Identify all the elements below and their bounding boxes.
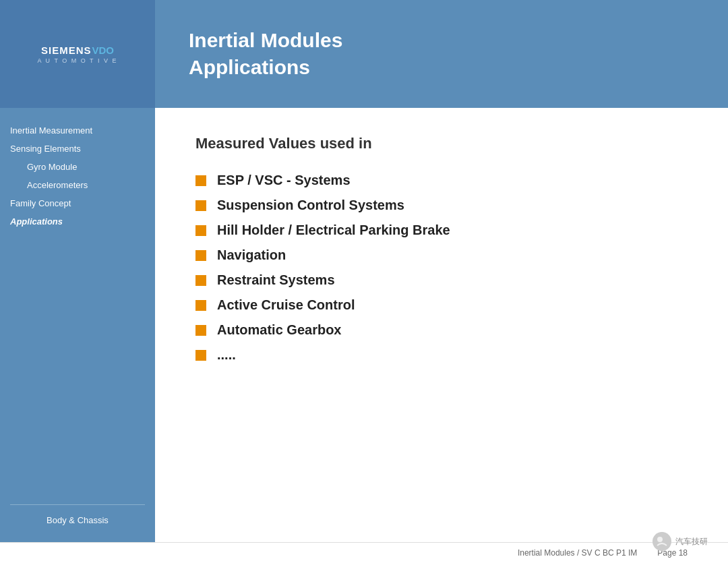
- bullet-text-4: Restraint Systems: [217, 272, 335, 288]
- list-item: .....: [195, 347, 688, 363]
- bullet-icon-2: [195, 225, 206, 236]
- svg-point-1: [657, 537, 663, 542]
- sidebar-item-applications[interactable]: Applications: [0, 212, 155, 231]
- sidebar-nav: Inertial Measurement Sensing Elements Gy…: [0, 115, 155, 498]
- bullet-text-7: .....: [217, 347, 236, 363]
- header-title-line1: Inertial Modules: [189, 27, 342, 55]
- list-item: Restraint Systems: [195, 272, 688, 288]
- bullet-icon-1: [195, 200, 206, 211]
- watermark: 汽车技研: [653, 532, 708, 551]
- bullet-icon-4: [195, 275, 206, 286]
- sidebar-item-family-concept[interactable]: Family Concept: [0, 194, 155, 212]
- list-item: Suspension Control Systems: [195, 198, 688, 213]
- bullet-icon-7: [195, 350, 206, 361]
- slide-wrapper: SIEMENS VDO A U T O M O T I V E Inertial…: [0, 0, 728, 563]
- bullet-text-2: Hill Holder / Electrical Parking Brake: [217, 223, 450, 238]
- bullet-text-5: Active Cruise Control: [217, 297, 355, 313]
- main-body: Inertial Measurement Sensing Elements Gy…: [0, 108, 728, 542]
- bullet-text-6: Automatic Gearbox: [217, 322, 341, 338]
- bullet-icon-0: [195, 175, 206, 186]
- sidebar-footer-label: Body & Chassis: [20, 515, 135, 525]
- list-item: ESP / VSC - Systems: [195, 173, 688, 188]
- svg-point-0: [653, 532, 671, 551]
- watermark-icon: [653, 532, 671, 551]
- logo-siemens: SIEMENS: [41, 45, 92, 56]
- list-item: Active Cruise Control: [195, 297, 688, 313]
- header-bar: SIEMENS VDO A U T O M O T I V E Inertial…: [0, 0, 728, 108]
- sidebar-footer: Body & Chassis: [10, 504, 145, 535]
- sidebar-item-accelerometers[interactable]: Accelerometers: [0, 176, 155, 194]
- list-item: Hill Holder / Electrical Parking Brake: [195, 223, 688, 238]
- content-subtitle: Measured Values used in: [195, 135, 688, 152]
- list-item: Navigation: [195, 247, 688, 263]
- header-title: Inertial Modules Applications: [189, 27, 342, 82]
- footer-bar: Inertial Modules / SV C BC P1 IM Page 18: [0, 542, 728, 563]
- logo-automotive: A U T O M O T I V E: [38, 57, 118, 64]
- logo-area: SIEMENS VDO A U T O M O T I V E: [0, 0, 155, 108]
- content-area: Measured Values used in ESP / VSC - Syst…: [155, 108, 728, 542]
- list-item: Automatic Gearbox: [195, 322, 688, 338]
- logo-vdo: VDO: [92, 45, 115, 56]
- sidebar-item-gyro-module[interactable]: Gyro Module: [0, 158, 155, 176]
- bullet-icon-6: [195, 325, 206, 336]
- bullet-text-1: Suspension Control Systems: [217, 198, 404, 213]
- footer-doc-ref: Inertial Modules / SV C BC P1 IM: [518, 548, 637, 558]
- bullet-icon-5: [195, 300, 206, 311]
- bullet-text-3: Navigation: [217, 247, 286, 263]
- bullet-text-0: ESP / VSC - Systems: [217, 173, 351, 188]
- header-title-line2: Applications: [189, 54, 342, 82]
- watermark-text: 汽车技研: [675, 536, 708, 547]
- bullet-list: ESP / VSC - Systems Suspension Control S…: [195, 173, 688, 372]
- bullet-icon-3: [195, 250, 206, 261]
- sidebar: Inertial Measurement Sensing Elements Gy…: [0, 108, 155, 542]
- header-title-area: Inertial Modules Applications: [155, 0, 728, 108]
- sidebar-item-sensing-elements[interactable]: Sensing Elements: [0, 140, 155, 158]
- sidebar-item-inertial-measurement[interactable]: Inertial Measurement: [0, 121, 155, 140]
